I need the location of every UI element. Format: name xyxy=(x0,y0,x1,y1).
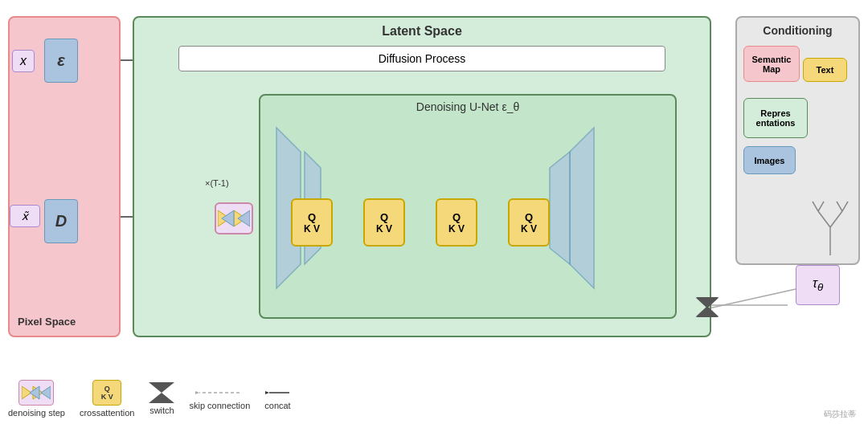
kv-label-2: K V xyxy=(376,223,392,234)
times-t1-label: ×(T-1) xyxy=(205,178,229,188)
svg-marker-45 xyxy=(222,210,234,226)
qkv-block-2: Q K V xyxy=(363,198,405,247)
cond-representations: Representations xyxy=(743,98,808,138)
qkv-block-4: Q K V xyxy=(508,198,550,247)
xtilde-symbol: x̃ xyxy=(10,205,40,227)
xtilde-label: x̃ xyxy=(22,210,28,222)
main-container: z z zT zT zT-1 xyxy=(0,0,868,424)
diffusion-process-label: Diffusion Process xyxy=(178,46,665,71)
q-label-4: Q xyxy=(525,211,533,223)
decoder-label: D xyxy=(55,212,67,230)
svg-marker-44 xyxy=(238,210,250,226)
cond-semantic-map: SemanticMap xyxy=(743,46,800,82)
cond-images: Images xyxy=(743,146,796,174)
encoder-block: ε xyxy=(44,39,78,83)
q-label-2: Q xyxy=(380,211,388,223)
conditioning-label: Conditioning xyxy=(763,24,832,37)
legend-denoising-label: denoising step xyxy=(8,408,65,418)
svg-marker-48 xyxy=(41,386,51,399)
legend-skip-label: skip connection xyxy=(189,401,250,410)
latent-space-box: Latent Space Diffusion Process Denoising… xyxy=(133,16,711,337)
legend-concat: concat xyxy=(264,387,290,410)
decoder-block: D xyxy=(44,199,78,243)
legend-crossattention: Q K V crossattention xyxy=(80,380,134,418)
legend-switch-label: switch xyxy=(149,406,174,415)
legend-denoising-step: denoising step xyxy=(8,380,65,418)
qkv-block-1: Q K V xyxy=(291,198,333,247)
watermark: 码莎拉蒂 xyxy=(824,409,856,420)
cond-text: Text xyxy=(803,58,847,82)
x-symbol: x xyxy=(12,50,35,72)
latent-space-label: Latent Space xyxy=(382,24,462,39)
legend-switch: switch xyxy=(149,382,174,415)
q-label-1: Q xyxy=(308,211,316,223)
qkv-block-3: Q K V xyxy=(436,198,477,247)
legend-skip-connection: skip connection xyxy=(189,387,250,410)
q-label-3: Q xyxy=(452,211,461,223)
denoising-step-icon xyxy=(215,202,253,234)
legend-crossattention-label: crossattention xyxy=(80,408,134,418)
legend-concat-label: concat xyxy=(264,401,290,410)
tau-theta-box: τθ xyxy=(796,265,840,305)
svg-marker-40 xyxy=(570,128,594,288)
svg-marker-41 xyxy=(550,152,570,264)
kv-label-3: K V xyxy=(448,223,465,234)
pixel-space-label: Pixel Space xyxy=(18,316,76,328)
legend: denoising step Q K V crossattention swit… xyxy=(8,380,291,418)
encoder-label: ε xyxy=(57,51,65,70)
x-label: x xyxy=(20,54,27,68)
tau-theta-label: τθ xyxy=(813,276,823,293)
kv-label-4: K V xyxy=(521,223,537,234)
conditioning-box: Conditioning SemanticMap Text Representa… xyxy=(735,16,860,265)
svg-marker-50 xyxy=(149,382,174,403)
kv-label-1: K V xyxy=(304,223,320,234)
